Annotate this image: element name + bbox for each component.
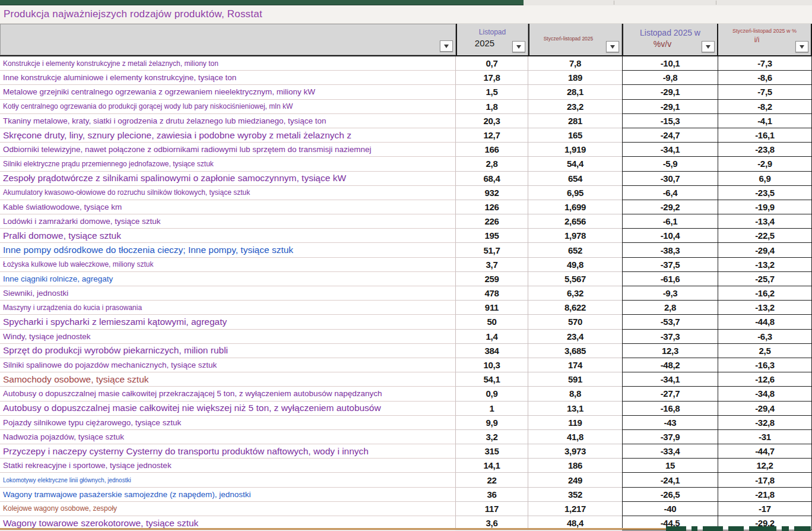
listopad-value-cell[interactable]: 0,9 <box>456 387 528 401</box>
jan-listopad-value-cell[interactable]: 7,8 <box>528 56 622 71</box>
product-name-cell[interactable]: Pralki domowe, tysiące sztuk <box>0 229 456 243</box>
jan-listopad-value-cell[interactable]: 174 <box>528 358 622 372</box>
pct-yoy-value-cell[interactable]: -16,8 <box>622 402 718 416</box>
pct-yoy-value-cell[interactable]: -29,1 <box>622 85 718 99</box>
jan-listopad-value-cell[interactable]: 49,8 <box>528 258 622 272</box>
pct-ytd-value-cell[interactable]: 2,5 <box>718 344 812 358</box>
pct-ytd-value-cell[interactable]: -13,2 <box>718 301 812 315</box>
listopad-value-cell[interactable]: 117 <box>456 502 528 516</box>
pct-yoy-value-cell[interactable]: -6,1 <box>622 214 718 229</box>
pct-ytd-value-cell[interactable]: -21,8 <box>718 488 812 502</box>
product-name-cell[interactable]: Autobusy o dopuszczalnej masie całkowite… <box>0 402 456 416</box>
listopad-value-cell[interactable]: 195 <box>456 229 528 243</box>
product-name-cell[interactable]: Kable światłowodowe, tysiące km <box>0 200 456 214</box>
pct-yoy-value-cell[interactable]: -24,7 <box>622 128 718 143</box>
pct-yoy-value-cell[interactable]: -30,7 <box>622 172 718 186</box>
jan-listopad-value-cell[interactable]: 119 <box>528 416 622 430</box>
header-styczen-listopad-pct[interactable]: Styczeń-listopad 2025 w % i/i <box>718 24 812 55</box>
listopad-value-cell[interactable]: 384 <box>456 344 528 358</box>
pct-ytd-value-cell[interactable]: -6,3 <box>718 330 812 344</box>
pct-ytd-value-cell[interactable]: -16,3 <box>718 358 812 372</box>
listopad-value-cell[interactable]: 226 <box>456 214 528 229</box>
pct-yoy-value-cell[interactable]: -24,1 <box>622 473 718 487</box>
pct-ytd-value-cell[interactable]: -44,8 <box>718 315 812 329</box>
product-name-cell[interactable]: Akumulatory kwasowo-ołowiowe do rozruchu… <box>0 186 456 200</box>
pct-yoy-value-cell[interactable]: -34,1 <box>622 143 718 157</box>
filter-dropdown-button[interactable] <box>606 41 619 52</box>
header-listopad-pct-yoy[interactable]: Listopad 2025 w %v/v <box>622 24 718 55</box>
jan-listopad-value-cell[interactable]: 3,973 <box>528 444 622 459</box>
pct-yoy-value-cell[interactable]: -27,7 <box>622 387 718 401</box>
product-name-cell[interactable]: Kotły centralnego ogrzewania do produkcj… <box>0 100 456 114</box>
jan-listopad-value-cell[interactable]: 8,8 <box>528 387 622 401</box>
jan-listopad-value-cell[interactable]: 652 <box>528 243 622 257</box>
product-name-cell[interactable]: Skręcone druty, liny, sznury plecione, z… <box>0 128 456 143</box>
product-name-cell[interactable]: Statki rekreacyjne i sportowe, tysiące j… <box>0 459 456 473</box>
filter-dropdown-button[interactable] <box>440 40 453 52</box>
listopad-value-cell[interactable]: 10,3 <box>456 358 528 372</box>
header-styczen-listopad-2025[interactable]: Styczeń-listopad 2025 <box>528 24 622 55</box>
listopad-value-cell[interactable]: 126 <box>456 200 528 214</box>
header-listopad-2025[interactable]: Listopad 2025 <box>456 24 528 55</box>
product-name-cell[interactable]: Nadwozia pojazdów, tysiące sztuk <box>0 430 456 444</box>
jan-listopad-value-cell[interactable]: 591 <box>528 372 622 387</box>
jan-listopad-value-cell[interactable]: 1,217 <box>528 502 622 516</box>
pct-ytd-value-cell[interactable]: -29,4 <box>718 402 812 416</box>
jan-listopad-value-cell[interactable]: 3,685 <box>528 344 622 358</box>
pct-ytd-value-cell[interactable]: -8,6 <box>718 71 812 85</box>
listopad-value-cell[interactable]: 478 <box>456 286 528 301</box>
jan-listopad-value-cell[interactable]: 6,95 <box>528 186 622 200</box>
pct-yoy-value-cell[interactable]: -9,3 <box>622 286 718 301</box>
jan-listopad-value-cell[interactable]: 8,622 <box>528 301 622 315</box>
pct-yoy-value-cell[interactable]: -5,9 <box>622 157 718 171</box>
jan-listopad-value-cell[interactable]: 6,32 <box>528 286 622 301</box>
pct-yoy-value-cell[interactable]: -53,7 <box>622 315 718 329</box>
listopad-value-cell[interactable]: 0,7 <box>456 56 528 71</box>
pct-ytd-value-cell[interactable]: -4,1 <box>718 114 812 128</box>
pct-yoy-value-cell[interactable]: -29,1 <box>622 100 718 114</box>
pct-yoy-value-cell[interactable]: -34,1 <box>622 372 718 387</box>
product-name-cell[interactable]: Lodówki i zamrażarki domowe, tysiące szt… <box>0 214 456 229</box>
listopad-value-cell[interactable]: 1,5 <box>456 85 528 99</box>
pct-ytd-value-cell[interactable]: 6,9 <box>718 172 812 186</box>
pct-ytd-value-cell[interactable]: -34,8 <box>718 387 812 401</box>
pct-ytd-value-cell[interactable]: -29,4 <box>718 243 812 257</box>
pct-ytd-value-cell[interactable]: -44,7 <box>718 444 812 459</box>
pct-yoy-value-cell[interactable]: -6,4 <box>622 186 718 200</box>
product-name-cell[interactable]: Odbiorniki telewizyjne, nawet połączone … <box>0 143 456 157</box>
jan-listopad-value-cell[interactable]: 570 <box>528 315 622 329</box>
listopad-value-cell[interactable]: 22 <box>456 473 528 487</box>
listopad-value-cell[interactable]: 9,9 <box>456 416 528 430</box>
pct-yoy-value-cell[interactable]: -48,2 <box>622 358 718 372</box>
pct-ytd-value-cell[interactable]: -16,1 <box>718 128 812 143</box>
filter-dropdown-button[interactable] <box>795 41 808 52</box>
listopad-value-cell[interactable]: 259 <box>456 272 528 286</box>
product-name-cell[interactable]: Siewniki, jednostki <box>0 286 456 301</box>
jan-listopad-value-cell[interactable]: 189 <box>528 71 622 85</box>
pct-yoy-value-cell[interactable]: -38,3 <box>622 243 718 257</box>
jan-listopad-value-cell[interactable]: 5,567 <box>528 272 622 286</box>
pct-ytd-value-cell[interactable]: -17 <box>718 502 812 516</box>
listopad-value-cell[interactable]: 36 <box>456 488 528 502</box>
pct-ytd-value-cell[interactable]: -8,2 <box>718 100 812 114</box>
pct-yoy-value-cell[interactable]: -10,1 <box>622 56 718 71</box>
pct-ytd-value-cell[interactable]: -23,5 <box>718 186 812 200</box>
jan-listopad-value-cell[interactable]: 54,4 <box>528 157 622 171</box>
product-name-cell[interactable]: Inne konstrukcje aluminiowe i elementy k… <box>0 71 456 85</box>
pct-yoy-value-cell[interactable]: -37,5 <box>622 258 718 272</box>
pct-yoy-value-cell[interactable]: -61,6 <box>622 272 718 286</box>
listopad-value-cell[interactable]: 50 <box>456 315 528 329</box>
listopad-value-cell[interactable]: 1 <box>456 402 528 416</box>
pct-ytd-value-cell[interactable]: -31 <box>718 430 812 444</box>
jan-listopad-value-cell[interactable]: 352 <box>528 488 622 502</box>
product-name-cell[interactable]: Autobusy o dopuszczalnej masie całkowite… <box>0 387 456 401</box>
pct-ytd-value-cell[interactable]: -12,6 <box>718 372 812 387</box>
jan-listopad-value-cell[interactable]: 13,1 <box>528 402 622 416</box>
jan-listopad-value-cell[interactable]: 1,978 <box>528 229 622 243</box>
pct-yoy-value-cell[interactable]: -37,3 <box>622 330 718 344</box>
listopad-value-cell[interactable]: 1,8 <box>456 100 528 114</box>
pct-ytd-value-cell[interactable]: -7,5 <box>718 85 812 99</box>
pct-yoy-value-cell[interactable]: 15 <box>622 459 718 473</box>
product-name-cell[interactable]: Samochody osobowe, tysiące sztuk <box>0 372 456 387</box>
pct-ytd-value-cell[interactable]: -7,3 <box>718 56 812 71</box>
